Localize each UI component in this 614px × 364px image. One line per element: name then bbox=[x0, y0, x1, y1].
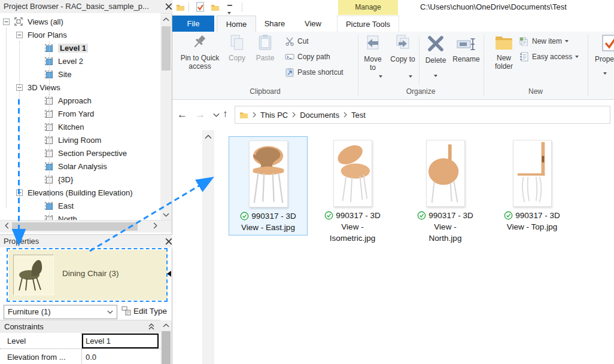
tree-item-kitchen[interactable]: Kitchen bbox=[0, 120, 160, 133]
tree-item-from-yard[interactable]: From Yard bbox=[0, 107, 160, 120]
close-icon[interactable] bbox=[165, 238, 172, 245]
close-icon[interactable] bbox=[165, 3, 172, 10]
tree-item-level-1[interactable]: Level 1 bbox=[0, 41, 160, 54]
properties-titlebar: Properties bbox=[0, 234, 175, 249]
tree-item-site[interactable]: Site bbox=[0, 68, 160, 81]
qat-folder-icon[interactable] bbox=[211, 3, 220, 11]
scroll-down-icon[interactable] bbox=[163, 213, 169, 217]
type-selector-dropdown-icon[interactable] bbox=[166, 270, 172, 277]
tab-home[interactable]: Home bbox=[217, 16, 256, 32]
collapse-section-icon[interactable] bbox=[148, 323, 154, 330]
rename-button[interactable]: Rename bbox=[451, 34, 481, 63]
paste-shortcut-icon bbox=[285, 68, 294, 77]
easy-access-button[interactable]: Easy access bbox=[519, 52, 579, 62]
copy-to-button[interactable]: Copy to bbox=[390, 34, 415, 63]
tree-vertical-scrollbar[interactable] bbox=[160, 14, 172, 220]
tree-item-views-all[interactable]: Views (all) bbox=[0, 15, 160, 28]
delete-icon bbox=[426, 34, 445, 53]
up-icon[interactable]: ↑ bbox=[223, 108, 228, 120]
tree-item-3d[interactable]: {3D} bbox=[0, 173, 160, 186]
tree-item-label: {3D} bbox=[58, 175, 73, 184]
properties-button[interactable]: Proper bbox=[591, 34, 614, 85]
scroll-left-icon[interactable] bbox=[5, 222, 9, 229]
breadcrumb-chevron-icon[interactable] bbox=[253, 112, 256, 118]
scrollbar-thumb[interactable] bbox=[162, 26, 171, 71]
qat-folder-icon[interactable] bbox=[176, 3, 185, 11]
scroll-up-icon[interactable] bbox=[163, 323, 169, 328]
breadcrumb-chevron-icon[interactable] bbox=[292, 112, 296, 118]
new-folder-button[interactable]: New folder bbox=[491, 34, 517, 71]
tree-item-label: Floor Plans bbox=[28, 30, 67, 39]
button-label: Delete bbox=[422, 56, 449, 65]
tree-item-north[interactable]: North bbox=[0, 212, 160, 220]
file-thumbnail bbox=[426, 140, 465, 207]
button-label: Cut bbox=[297, 37, 309, 45]
file-name-line: 990317 - 3D bbox=[515, 210, 560, 221]
navigation-bar: ← → ↑ This PC Documents Test bbox=[172, 100, 614, 130]
back-icon[interactable]: ← bbox=[177, 109, 187, 121]
tree-item-east[interactable]: East bbox=[0, 199, 160, 212]
scrollbar-thumb[interactable] bbox=[12, 222, 138, 231]
address-bar[interactable]: This PC Documents Test bbox=[235, 106, 610, 124]
tree-item-solar-analysis[interactable]: Solar Analysis bbox=[0, 160, 160, 173]
paste-shortcut-button[interactable]: Paste shortcut bbox=[285, 68, 344, 77]
recent-locations-icon[interactable] bbox=[213, 113, 220, 117]
copy-path-button[interactable]: Copy path bbox=[285, 52, 330, 62]
tab-view[interactable]: View bbox=[299, 16, 327, 32]
type-filter-dropdown[interactable]: Furniture (1) bbox=[4, 305, 117, 319]
tree-expander-minus-icon[interactable] bbox=[3, 19, 10, 25]
scroll-up-icon[interactable] bbox=[163, 17, 169, 22]
constraint-value-editing[interactable]: Level 1 bbox=[82, 334, 159, 348]
forward-icon[interactable]: → bbox=[195, 109, 205, 121]
copy-button[interactable]: Copy bbox=[224, 34, 250, 62]
new-item-button[interactable]: New item bbox=[519, 36, 569, 46]
qat-properties-icon[interactable] bbox=[195, 2, 205, 12]
properties-vertical-scrollbar[interactable] bbox=[160, 320, 172, 364]
tab-file[interactable]: File bbox=[172, 16, 214, 32]
tree-item-approach[interactable]: Approach bbox=[0, 94, 160, 107]
easy-access-icon bbox=[519, 52, 529, 62]
tree-item-elevations[interactable]: Elevations (Building Elevation) bbox=[0, 186, 160, 199]
button-label: New folder bbox=[491, 54, 517, 71]
type-preview-image bbox=[13, 255, 54, 295]
breadcrumb-documents[interactable]: Documents bbox=[300, 111, 339, 120]
button-label: Copy path bbox=[297, 53, 330, 61]
constraints-section-header[interactable]: Constraints bbox=[0, 320, 160, 334]
tree-item-level-2[interactable]: Level 2 bbox=[0, 54, 160, 68]
cut-button[interactable]: Cut bbox=[285, 36, 309, 46]
constraint-value-cell[interactable]: Level 1 bbox=[82, 334, 160, 348]
tree-item-label: Kitchen bbox=[58, 123, 84, 131]
tree-item-3d-views[interactable]: 3D Views bbox=[0, 81, 160, 94]
tree-horizontal-scrollbar[interactable] bbox=[0, 220, 172, 233]
cut-icon bbox=[285, 36, 294, 46]
tab-share[interactable]: Share bbox=[260, 16, 290, 32]
paste-button[interactable]: Paste bbox=[251, 34, 279, 62]
button-label: Easy access bbox=[532, 53, 572, 61]
file-item-isometric[interactable]: 990317 - 3D View - Isometric.jpg bbox=[313, 136, 392, 244]
delete-button[interactable]: Delete bbox=[422, 34, 449, 65]
tree-item-section-perspective[interactable]: Section Perspective bbox=[0, 146, 160, 160]
pin-to-quick-access-button[interactable]: Pin to Quick access bbox=[177, 34, 223, 71]
file-item-north[interactable]: 990317 - 3D View - North.jpg bbox=[406, 136, 485, 244]
move-to-button[interactable]: Move to bbox=[360, 34, 385, 72]
breadcrumb-test[interactable]: Test bbox=[351, 111, 366, 120]
scroll-up-icon[interactable] bbox=[205, 134, 212, 139]
dropdown-caret-icon bbox=[565, 40, 569, 42]
nav-pane-scrollbar[interactable] bbox=[202, 130, 214, 364]
breadcrumb-chevron-icon[interactable] bbox=[344, 112, 347, 118]
scroll-right-icon[interactable] bbox=[153, 222, 157, 229]
file-item-top[interactable]: 990317 - 3D View - Top.jpg bbox=[493, 136, 572, 233]
constraint-label: Elevation from ... bbox=[0, 349, 82, 364]
tree-item-floor-plans[interactable]: Floor Plans bbox=[0, 28, 160, 41]
breadcrumb-this-pc[interactable]: This PC bbox=[260, 111, 288, 120]
tree-expander-minus-icon[interactable] bbox=[16, 32, 23, 38]
scrollbar-thumb[interactable] bbox=[162, 331, 171, 364]
type-selector-label: Dining Chair (3) bbox=[62, 269, 119, 278]
tree-item-living-room[interactable]: Living Room bbox=[0, 133, 160, 146]
type-selector[interactable]: Dining Chair (3) bbox=[8, 250, 168, 300]
edit-type-button[interactable]: Edit Type bbox=[121, 306, 167, 316]
file-item-east[interactable]: 990317 - 3D View - East.jpg bbox=[229, 136, 308, 235]
tab-picture-tools[interactable]: Picture Tools bbox=[337, 16, 399, 32]
qat-separator bbox=[189, 2, 189, 12]
constraint-value[interactable]: 0.0 bbox=[82, 353, 160, 362]
